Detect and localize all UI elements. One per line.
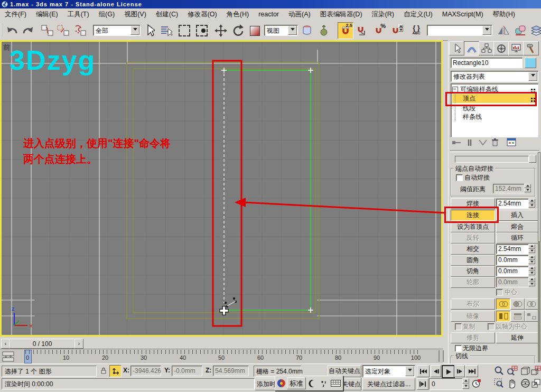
tab-display[interactable] — [508, 41, 524, 55]
selection-filter-dropdown[interactable]: 全部 — [93, 25, 141, 36]
menu-edit[interactable]: 编辑(E) — [31, 8, 63, 21]
zoom-extents-all-icon[interactable] — [531, 365, 541, 377]
outline-spinner[interactable] — [528, 277, 535, 286]
y-coordinate-field[interactable]: -0.0mm — [172, 366, 202, 376]
center-checkbox[interactable] — [496, 289, 503, 296]
fuse-button[interactable]: 熔合 — [496, 221, 538, 232]
key-selection-arrow-icon[interactable] — [405, 366, 414, 376]
tab-motion[interactable] — [493, 41, 509, 55]
toolbar-handle[interactable] — [1, 23, 4, 37]
select-and-move-icon[interactable] — [213, 23, 228, 38]
trim-button[interactable]: 修剪 — [451, 332, 495, 343]
cross-insert-button[interactable]: 相交 — [451, 244, 495, 255]
weld-spinner[interactable] — [528, 199, 535, 208]
align-icon[interactable] — [514, 23, 528, 38]
ime-softkeyboard-icon[interactable] — [329, 378, 342, 389]
cross-insert-field[interactable]: 2.54mm — [496, 244, 529, 254]
tab-create[interactable] — [449, 41, 465, 55]
ime-fullhalf-moon-icon[interactable] — [306, 378, 319, 389]
percent-snap-icon[interactable]: % — [371, 23, 386, 38]
boolean-subtract-icon[interactable] — [510, 298, 525, 310]
threshold-field[interactable]: 152.4mm — [493, 184, 525, 193]
menu-modifiers[interactable]: 修改器(O) — [183, 8, 222, 21]
object-name-field[interactable]: Rectangle10 — [451, 58, 523, 68]
menu-group[interactable]: 组(G) — [94, 8, 120, 21]
mirror-horizontal-icon[interactable] — [496, 311, 510, 322]
connect-button[interactable]: 连接 — [451, 210, 495, 221]
go-to-start-button[interactable] — [417, 365, 430, 377]
tab-utilities[interactable] — [523, 41, 539, 55]
chamfer-field[interactable]: 0.0mm — [496, 266, 529, 276]
unlink-icon[interactable] — [57, 24, 70, 38]
tab-hierarchy[interactable] — [479, 41, 495, 55]
autoweld-checkbox[interactable] — [456, 174, 463, 181]
frame-spinner[interactable] — [462, 378, 469, 389]
window-crossing-icon[interactable] — [194, 24, 209, 38]
reverse-button[interactable]: 反转 — [451, 232, 495, 244]
menu-create[interactable]: 创建(C) — [151, 8, 183, 21]
named-selection-dropdown[interactable] — [427, 25, 492, 36]
spinner-snap-icon[interactable] — [388, 23, 403, 38]
configure-modifier-sets-icon[interactable] — [506, 137, 517, 147]
select-by-name-icon[interactable] — [158, 23, 174, 38]
modifier-list-arrow-icon[interactable] — [528, 72, 537, 81]
boolean-button[interactable]: 布尔 — [451, 298, 495, 310]
region-zoom-icon[interactable] — [493, 377, 505, 389]
named-selection-sets-icon[interactable]: { } ABC — [408, 23, 425, 39]
menu-reactor[interactable]: reactor — [254, 9, 284, 20]
menu-rendering[interactable]: 渲染(R) — [367, 8, 399, 21]
next-frame-button[interactable] — [454, 365, 465, 377]
infinite-bounds-checkbox[interactable] — [455, 345, 462, 352]
time-slider-next-icon[interactable]: › — [74, 339, 83, 349]
layer-manager-icon[interactable] — [530, 23, 541, 38]
scrollbar-thumb[interactable] — [538, 152, 540, 242]
object-color-swatch[interactable] — [525, 58, 536, 68]
transform-typein-toggle[interactable] — [109, 365, 122, 377]
key-filters-button[interactable]: 关键点过滤器... — [362, 378, 415, 390]
undo-icon[interactable] — [5, 24, 19, 38]
select-object-icon[interactable] — [143, 23, 156, 38]
mirror-vertical-icon[interactable] — [510, 311, 525, 322]
ime-punctuation-icon[interactable] — [319, 378, 329, 389]
min-max-toggle-icon[interactable] — [531, 377, 541, 389]
show-end-result-icon[interactable] — [465, 138, 474, 147]
chamfer-spinner[interactable] — [528, 266, 535, 275]
reference-coordsys-dropdown[interactable]: 视图 — [264, 25, 298, 36]
menu-file[interactable]: 文件(F) — [0, 8, 31, 21]
key-mode-toggle[interactable] — [417, 378, 428, 390]
outline-field[interactable]: 0.0mm — [496, 277, 529, 287]
link-icon[interactable] — [41, 24, 54, 38]
selection-lock-icon[interactable] — [99, 366, 108, 376]
copy-checkbox[interactable] — [455, 323, 462, 330]
menu-animation[interactable]: 动画(A) — [284, 8, 315, 21]
fillet-field[interactable]: 0.0mm — [496, 255, 529, 265]
stack-item-spline[interactable]: 样条线 — [452, 113, 536, 121]
make-first-button[interactable]: 设为首顶点 — [451, 221, 495, 232]
time-slider-handle[interactable]: 0 / 100 — [9, 339, 76, 349]
tab-modify[interactable] — [464, 41, 480, 55]
pan-hand-icon[interactable] — [506, 377, 518, 389]
extend-button[interactable]: 延伸 — [496, 332, 538, 343]
weld-value-field[interactable]: 2.54mm — [496, 199, 529, 209]
menu-customize[interactable]: 自定义(U) — [399, 8, 437, 21]
about-pivot-checkbox[interactable] — [488, 323, 495, 330]
previous-frame-button[interactable] — [431, 365, 441, 377]
z-coordinate-field[interactable]: 54.569mm — [213, 366, 249, 376]
current-frame-field[interactable]: 0 — [429, 378, 463, 390]
chamfer-button[interactable]: 切角 — [451, 266, 495, 277]
make-unique-icon[interactable] — [478, 138, 488, 147]
viewport-front[interactable]: z x 前 3Dzyg 进入点级别，使用"连接"命令将 两个点连接上。 — [0, 40, 443, 337]
menu-character[interactable]: 角色(H) — [222, 8, 254, 21]
select-and-manipulate-icon[interactable] — [317, 23, 332, 38]
ime-mode-button[interactable]: 标准 — [287, 377, 306, 389]
menu-views[interactable]: 视图(V) — [119, 8, 151, 21]
fillet-spinner[interactable] — [528, 255, 535, 264]
stack-item-segment[interactable]: 线段 — [452, 105, 536, 113]
weld-button[interactable]: 焊接 — [451, 198, 495, 209]
zoom-icon[interactable] — [493, 365, 505, 377]
set-key-button[interactable]: 关键点 — [341, 378, 361, 390]
modifier-list-dropdown[interactable]: 修改器列表 — [451, 71, 538, 82]
named-selection-arrow-icon[interactable] — [482, 26, 491, 35]
select-and-scale-icon[interactable] — [248, 24, 261, 37]
key-selection-dropdown[interactable]: 选定对象 — [362, 365, 415, 377]
